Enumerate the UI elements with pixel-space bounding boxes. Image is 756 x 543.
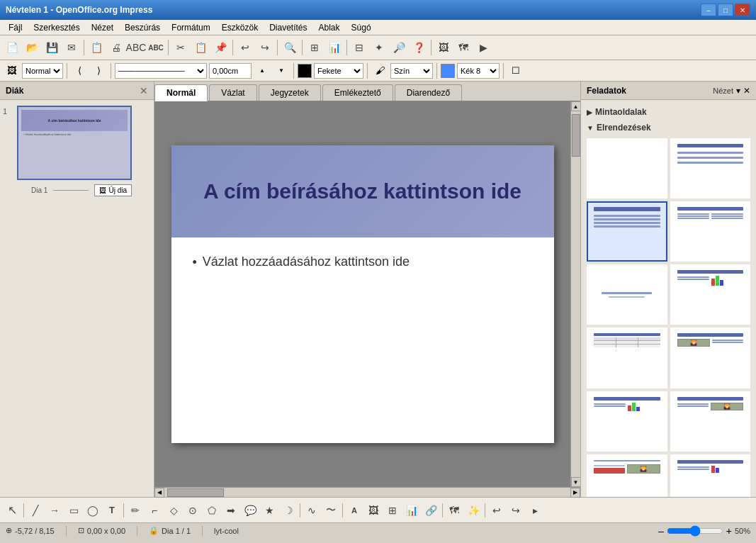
callout-tool[interactable]: 💬 bbox=[241, 501, 259, 520]
email-button[interactable]: ✉ bbox=[62, 38, 81, 57]
navigator-button[interactable]: 🗺 bbox=[454, 38, 473, 57]
fill-mode-select[interactable]: Szín bbox=[390, 63, 433, 79]
view-dropdown[interactable]: Nézet bbox=[713, 86, 733, 95]
arrow-left-icon[interactable]: ⟨ bbox=[71, 62, 88, 79]
menu-format[interactable]: Formátum bbox=[166, 21, 216, 34]
zoom-button[interactable]: 🔎 bbox=[390, 38, 408, 57]
vertical-scrollbar[interactable]: ▲ ▼ bbox=[570, 101, 580, 487]
maximize-button[interactable]: □ bbox=[718, 4, 733, 16]
style-icon[interactable]: 🖼 bbox=[3, 62, 20, 79]
spellcheck-button[interactable]: ABC bbox=[127, 38, 145, 57]
line-color-box[interactable] bbox=[298, 64, 312, 78]
scroll-left-arrow[interactable]: ◀ bbox=[154, 488, 164, 498]
insert-chart-button[interactable]: 📊 bbox=[325, 38, 344, 57]
arrow-shape-tool[interactable]: ➡ bbox=[222, 501, 240, 520]
zoom-in-button[interactable]: + bbox=[726, 525, 732, 537]
right-panel-close-icon[interactable]: ✕ bbox=[743, 86, 750, 96]
measure-up-btn[interactable]: ▲ bbox=[254, 62, 271, 79]
line-style-select[interactable]: ──────────── bbox=[115, 63, 207, 79]
open-button[interactable]: 📂 bbox=[23, 38, 41, 57]
menu-insert[interactable]: Beszúrás bbox=[119, 21, 166, 34]
gallery-button[interactable]: 🖼 bbox=[434, 38, 453, 57]
shadow-btn[interactable]: ☐ bbox=[507, 62, 524, 79]
zoom-out-button[interactable]: – bbox=[658, 525, 664, 537]
effects-tool[interactable]: ✨ bbox=[464, 501, 483, 520]
pentagon-tool[interactable]: ⬠ bbox=[203, 501, 221, 520]
slide-canvas[interactable]: A cím beírásához kattintson ide • Vázlat… bbox=[171, 145, 554, 443]
fill-color-box[interactable] bbox=[441, 64, 455, 78]
style-select[interactable]: Normal bbox=[22, 63, 63, 79]
pencil-tool[interactable]: ✏ bbox=[126, 501, 145, 520]
color-name-select[interactable]: Fekete bbox=[314, 63, 363, 79]
slide-title-placeholder[interactable]: A cím beírásához kattintson ide bbox=[196, 172, 529, 211]
copy-button[interactable]: 📋 bbox=[191, 38, 210, 57]
draw-undo-button[interactable]: ↩ bbox=[487, 501, 506, 520]
menu-window[interactable]: Ablak bbox=[313, 21, 346, 34]
style-btn[interactable]: 🖌 bbox=[371, 62, 388, 79]
layout-text-chart[interactable] bbox=[670, 264, 751, 325]
minimize-button[interactable]: – bbox=[701, 4, 716, 16]
draw-more-button[interactable]: ▸ bbox=[526, 501, 544, 520]
undo-button[interactable]: ↩ bbox=[236, 38, 254, 57]
fontwork-tool[interactable]: A bbox=[345, 501, 363, 520]
select-tool[interactable]: ↖ bbox=[3, 501, 21, 520]
slide-panel-close[interactable]: ✕ bbox=[140, 85, 148, 96]
autocorrect-button[interactable]: ABC bbox=[147, 38, 165, 57]
layout-bullets-chart[interactable] bbox=[587, 391, 667, 452]
navigation-tool[interactable]: 🗺 bbox=[445, 501, 463, 520]
scroll-down-arrow[interactable]: ▼ bbox=[571, 477, 581, 487]
grid-button[interactable]: ⊟ bbox=[350, 38, 368, 57]
paste-button[interactable]: 📌 bbox=[211, 38, 230, 57]
image-tool[interactable]: 🖼 bbox=[364, 501, 383, 520]
h-scroll-thumb[interactable] bbox=[167, 488, 224, 497]
tab-handout[interactable]: Emlékeztető bbox=[322, 84, 393, 101]
tab-normal[interactable]: Normál bbox=[154, 84, 208, 101]
freeform-tool[interactable]: 〜 bbox=[322, 501, 340, 520]
layout-two-column[interactable] bbox=[670, 201, 751, 262]
star-button[interactable]: ✦ bbox=[370, 38, 388, 57]
tab-sorter[interactable]: Diarendező bbox=[395, 84, 462, 101]
star-tool[interactable]: ★ bbox=[260, 501, 278, 520]
save-button[interactable]: 💾 bbox=[43, 38, 61, 57]
menu-help[interactable]: Súgó bbox=[346, 21, 377, 34]
slide-canvas-area[interactable]: A cím beírásához kattintson ide • Vázlat… bbox=[154, 101, 570, 487]
slide-thumbnail[interactable]: A cím beírásához kattintson ide • Vázlat… bbox=[17, 106, 132, 180]
rectangle-tool[interactable]: ▭ bbox=[64, 501, 83, 520]
new-button[interactable]: 📄 bbox=[3, 38, 21, 57]
menu-file[interactable]: Fájl bbox=[3, 21, 28, 34]
redo-button[interactable]: ↪ bbox=[256, 38, 274, 57]
help-button[interactable]: ❓ bbox=[410, 38, 428, 57]
export-pdf-button[interactable]: 📋 bbox=[87, 38, 106, 57]
connector-tool[interactable]: ⌐ bbox=[145, 501, 164, 520]
close-button[interactable]: ✕ bbox=[735, 4, 750, 16]
new-dia-button[interactable]: 🖼 Új dia bbox=[94, 184, 132, 196]
tab-notes[interactable]: Jegyzetek bbox=[259, 84, 321, 101]
crescent-tool[interactable]: ☽ bbox=[279, 501, 298, 520]
hyperlink-tool[interactable]: 🔗 bbox=[422, 501, 440, 520]
circle-tool[interactable]: ⊙ bbox=[184, 501, 202, 520]
diamond-tool[interactable]: ◇ bbox=[164, 501, 183, 520]
text-tool[interactable]: T bbox=[103, 501, 121, 520]
layout-11[interactable]: 🌄 bbox=[587, 454, 667, 497]
section-layouts[interactable]: ▼ Elrendezések bbox=[585, 120, 752, 135]
find-button[interactable]: 🔍 bbox=[281, 38, 299, 57]
slideshow-button[interactable]: ▶ bbox=[474, 38, 492, 57]
layout-image-text[interactable]: 🌄 bbox=[670, 328, 751, 388]
print-button[interactable]: 🖨 bbox=[107, 38, 125, 57]
scroll-up-arrow[interactable]: ▲ bbox=[571, 101, 581, 111]
measure-down-btn[interactable]: ▼ bbox=[273, 62, 290, 79]
arrow-tool[interactable]: → bbox=[45, 501, 64, 520]
slide-body-placeholder[interactable]: • Vázlat hozzáadásához kattintson ide bbox=[193, 254, 533, 270]
layout-centered[interactable] bbox=[587, 264, 667, 325]
menu-edit[interactable]: Szerkesztés bbox=[28, 21, 85, 34]
menu-slideshow[interactable]: Diavetítés bbox=[264, 21, 312, 34]
cut-button[interactable]: ✂ bbox=[171, 38, 190, 57]
menu-tools[interactable]: Eszközök bbox=[216, 21, 264, 34]
ellipse-tool[interactable]: ◯ bbox=[84, 501, 102, 520]
arrow-right-icon[interactable]: ⟩ bbox=[90, 62, 107, 79]
line-tool[interactable]: ╱ bbox=[26, 501, 45, 520]
view-arrow-icon[interactable]: ▾ bbox=[736, 86, 740, 96]
scroll-right-arrow[interactable]: ▶ bbox=[570, 488, 580, 498]
layout-12[interactable] bbox=[670, 454, 751, 497]
layout-bullets-image[interactable]: 🌄 bbox=[670, 391, 751, 452]
